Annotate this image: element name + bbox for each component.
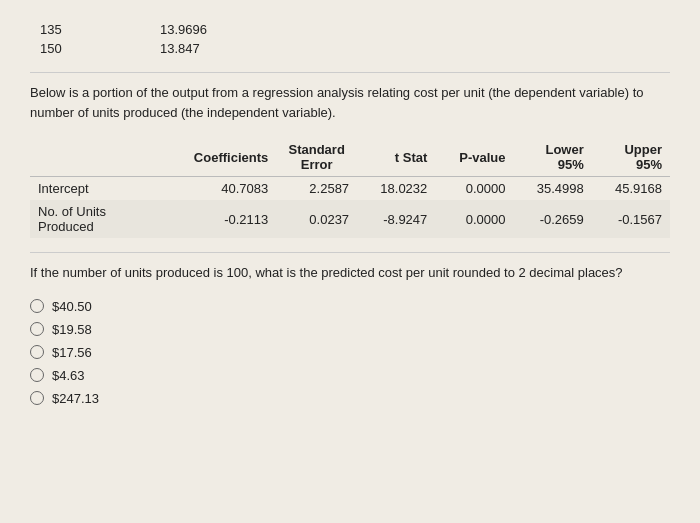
regression-row-1: No. of UnitsProduced-0.21130.0237-8.9247… xyxy=(30,200,670,238)
table-header-4: P-value xyxy=(435,138,513,177)
divider-1 xyxy=(30,72,670,73)
option-label-3: $4.63 xyxy=(52,368,85,383)
top-row-col2: 13.847 xyxy=(150,39,670,58)
option-label-0: $40.50 xyxy=(52,299,92,314)
answer-options: $40.50$19.58$17.56$4.63$247.13 xyxy=(30,299,670,406)
radio-circle-3[interactable] xyxy=(30,368,44,382)
cell-r0-c0: 40.7083 xyxy=(175,177,276,201)
option-label-1: $19.58 xyxy=(52,322,92,337)
cell-r1-c0: -0.2113 xyxy=(175,200,276,238)
option-item-0[interactable]: $40.50 xyxy=(30,299,670,314)
option-label-2: $17.56 xyxy=(52,345,92,360)
cell-r0-c3: 0.0000 xyxy=(435,177,513,201)
top-row-col1: 135 xyxy=(30,20,150,39)
option-item-1[interactable]: $19.58 xyxy=(30,322,670,337)
top-row-col1: 150 xyxy=(30,39,150,58)
cell-r1-c2: -8.9247 xyxy=(357,200,435,238)
table-header-5: Lower 95% xyxy=(514,138,592,177)
description-text: Below is a portion of the output from a … xyxy=(30,83,670,122)
cell-r0-c4: 35.4998 xyxy=(514,177,592,201)
row-label-1: No. of UnitsProduced xyxy=(30,200,175,238)
cell-r1-c1: 0.0237 xyxy=(276,200,357,238)
option-item-3[interactable]: $4.63 xyxy=(30,368,670,383)
cell-r1-c5: -0.1567 xyxy=(592,200,670,238)
table-header-6: Upper 95% xyxy=(592,138,670,177)
top-data-table: 13513.969615013.847 xyxy=(30,20,670,58)
top-row-col2: 13.9696 xyxy=(150,20,670,39)
radio-circle-4[interactable] xyxy=(30,391,44,405)
table-header-0 xyxy=(30,138,175,177)
option-label-4: $247.13 xyxy=(52,391,99,406)
option-item-4[interactable]: $247.13 xyxy=(30,391,670,406)
radio-circle-1[interactable] xyxy=(30,322,44,336)
question-text: If the number of units produced is 100, … xyxy=(30,263,670,283)
divider-2 xyxy=(30,252,670,253)
regression-row-0: Intercept40.70832.258718.02320.000035.49… xyxy=(30,177,670,201)
row-label-0: Intercept xyxy=(30,177,175,201)
cell-r0-c2: 18.0232 xyxy=(357,177,435,201)
option-item-2[interactable]: $17.56 xyxy=(30,345,670,360)
table-header-3: t Stat xyxy=(357,138,435,177)
cell-r1-c3: 0.0000 xyxy=(435,200,513,238)
table-header-2: StandardError xyxy=(276,138,357,177)
radio-circle-2[interactable] xyxy=(30,345,44,359)
cell-r0-c1: 2.2587 xyxy=(276,177,357,201)
regression-table: CoefficientsStandardErrort StatP-valueLo… xyxy=(30,138,670,238)
cell-r1-c4: -0.2659 xyxy=(514,200,592,238)
table-header-1: Coefficients xyxy=(175,138,276,177)
radio-circle-0[interactable] xyxy=(30,299,44,313)
cell-r0-c5: 45.9168 xyxy=(592,177,670,201)
